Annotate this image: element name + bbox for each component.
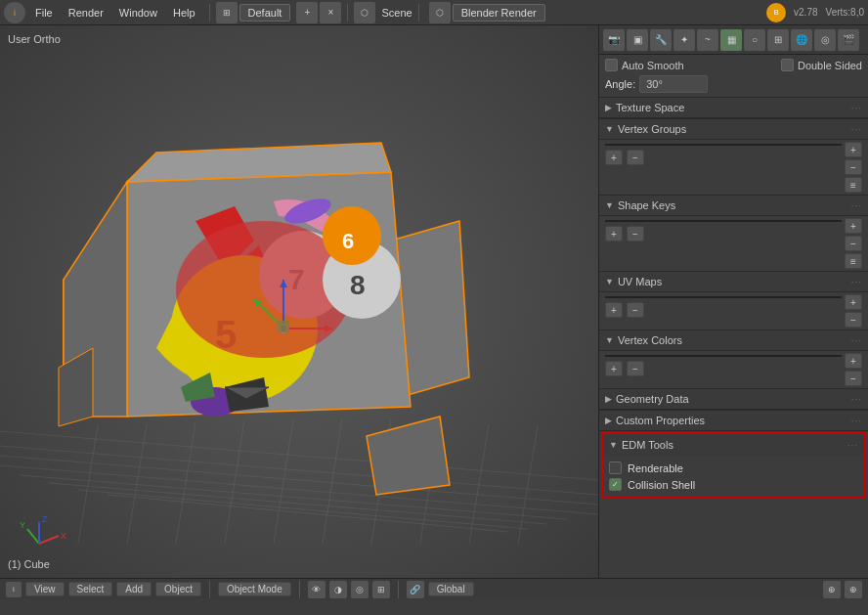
sk-side-btn-3[interactable]: ≡: [845, 253, 862, 269]
vg-side-btn-3[interactable]: ≡: [845, 177, 862, 193]
uv-remove-btn[interactable]: −: [627, 302, 644, 318]
section-vertex-colors[interactable]: ▼ Vertex Colors ···: [599, 329, 868, 351]
vertex-groups-list[interactable]: [605, 144, 842, 146]
bottom-icon-snap[interactable]: 🔗: [407, 581, 424, 598]
vg-side-btn-2[interactable]: −: [845, 159, 862, 175]
custom-properties-dots: ···: [851, 416, 862, 426]
vertex-groups-arrow: ▼: [605, 124, 614, 134]
vertex-colors-title: Vertex Colors: [618, 334, 851, 346]
sk-add-btn[interactable]: +: [605, 226, 623, 242]
panel-icon-render[interactable]: 🎬: [838, 29, 859, 51]
uv-maps-arrow: ▼: [605, 277, 614, 286]
sk-remove-btn[interactable]: −: [627, 226, 644, 242]
uv-maps-list[interactable]: [605, 296, 842, 298]
panel-icon-physics[interactable]: ~: [697, 29, 718, 51]
vertex-colors-list[interactable]: [605, 355, 842, 357]
menu-render[interactable]: Render: [61, 4, 111, 22]
menu-help[interactable]: Help: [165, 4, 203, 22]
menu-file[interactable]: File: [27, 4, 61, 22]
workspace-close-icon[interactable]: ×: [320, 2, 341, 23]
angle-input[interactable]: 30°: [639, 75, 708, 93]
panel-icon-camera[interactable]: 📷: [603, 29, 625, 51]
shape-keys-list[interactable]: [605, 220, 842, 222]
panel-icon-modifier[interactable]: 🔧: [650, 29, 672, 51]
geometry-data-arrow: ▶: [605, 394, 612, 404]
global-btn[interactable]: Global: [428, 582, 474, 596]
vc-remove-btn[interactable]: −: [627, 361, 644, 376]
panel-icon-particles[interactable]: ✦: [673, 29, 695, 51]
uv-maps-controls: + −: [605, 300, 842, 320]
vc-add-btn[interactable]: +: [605, 361, 623, 376]
vg-add-btn[interactable]: +: [605, 150, 623, 165]
bottom-icon-persp[interactable]: 👁: [308, 581, 326, 598]
uv-maps-title: UV Maps: [618, 276, 851, 287]
edm-tools-title: EDM Tools: [622, 439, 847, 451]
section-geometry-data[interactable]: ▶ Geometry Data ···: [599, 388, 868, 410]
auto-smooth-box[interactable]: [605, 59, 618, 71]
double-sided-checkbox[interactable]: Double Sided: [781, 59, 862, 71]
edm-tools-content: Renderable ✓ Collision Shell: [603, 456, 864, 497]
double-sided-box[interactable]: [781, 59, 794, 71]
edm-tools-arrow: ▼: [609, 440, 618, 450]
svg-text:6: 6: [342, 229, 354, 253]
sk-side-btn-2[interactable]: −: [845, 236, 862, 251]
workspace-selector[interactable]: Default: [239, 4, 291, 22]
section-shape-keys[interactable]: ▼ Shape Keys ···: [599, 195, 868, 216]
vc-side-btn-1[interactable]: +: [845, 353, 862, 369]
auto-smooth-checkbox[interactable]: Auto Smooth: [605, 59, 684, 71]
renderable-checkbox[interactable]: [609, 461, 622, 474]
bottom-icon-tex[interactable]: ⊞: [372, 581, 390, 598]
uv-add-btn[interactable]: +: [605, 302, 623, 318]
scene-icon[interactable]: ⬡: [429, 2, 451, 23]
mode-selector[interactable]: Object Mode: [218, 582, 291, 596]
scene-area: Scene: [381, 7, 412, 19]
object-btn[interactable]: Object: [155, 582, 201, 596]
bottom-icon-r1[interactable]: ⊕: [823, 581, 841, 598]
svg-text:X: X: [61, 531, 66, 541]
panel-icon-texture[interactable]: ⊞: [767, 29, 789, 51]
viewport[interactable]: User Ortho: [0, 25, 598, 578]
vg-side-btn-1[interactable]: +: [845, 142, 862, 157]
panel-content: Auto Smooth Double Sided Angle: 30°: [599, 55, 868, 578]
workspace-icon-1[interactable]: ⊞: [216, 2, 238, 23]
vc-side-btn-2[interactable]: −: [845, 371, 862, 386]
section-uv-maps[interactable]: ▼ UV Maps ···: [599, 271, 868, 292]
collision-shell-row: ✓ Collision Shell: [609, 476, 858, 493]
uv-side-btn-2[interactable]: −: [845, 312, 862, 328]
verts-info: Verts:8,0: [826, 7, 864, 18]
menu-bar: File Render Window Help: [27, 4, 203, 22]
panel-icon-material[interactable]: ○: [744, 29, 765, 51]
menu-window[interactable]: Window: [111, 4, 165, 22]
vg-remove-btn[interactable]: −: [627, 150, 644, 165]
section-texture-space[interactable]: ▶ Texture Space ···: [599, 97, 868, 118]
vertex-colors-dots: ···: [851, 335, 862, 346]
shape-keys-arrow: ▼: [605, 200, 614, 210]
svg-text:8: 8: [350, 270, 366, 300]
panel-icon-object[interactable]: ▣: [627, 29, 648, 51]
bottom-icon-shade[interactable]: ◑: [329, 581, 347, 598]
bottom-icon-1[interactable]: i: [6, 582, 22, 597]
view-btn[interactable]: View: [25, 582, 65, 596]
collision-shell-checkbox[interactable]: ✓: [609, 478, 622, 491]
panel-icon-data[interactable]: ▦: [720, 29, 742, 51]
geometry-data-dots: ···: [851, 394, 862, 405]
bottom-divider-3: [398, 581, 399, 598]
panel-icon-world[interactable]: ◎: [814, 29, 836, 51]
uv-side-btn-1[interactable]: +: [845, 294, 862, 310]
screen-icon[interactable]: ⬡: [354, 2, 375, 23]
add-btn[interactable]: Add: [116, 582, 152, 596]
panel-icon-scene[interactable]: 🌐: [791, 29, 812, 51]
bottom-icon-r2[interactable]: ⊕: [845, 581, 862, 598]
angle-label: Angle:: [605, 78, 635, 90]
viewport-canvas: 5 7 8 6: [0, 25, 598, 578]
version-info: v2.78: [794, 7, 817, 18]
section-vertex-groups[interactable]: ▼ Vertex Groups ···: [599, 118, 868, 140]
select-btn[interactable]: Select: [68, 582, 113, 596]
edm-tools-header[interactable]: ▼ EDM Tools ···: [603, 434, 864, 456]
bottom-icon-mat[interactable]: ◎: [351, 581, 369, 598]
sk-side-btn-1[interactable]: +: [845, 218, 862, 234]
section-custom-properties[interactable]: ▶ Custom Properties ···: [599, 410, 868, 431]
workspace-add-icon[interactable]: +: [296, 2, 318, 23]
engine-selector[interactable]: Blender Render: [453, 4, 545, 22]
shape-keys-dots: ···: [851, 200, 862, 211]
